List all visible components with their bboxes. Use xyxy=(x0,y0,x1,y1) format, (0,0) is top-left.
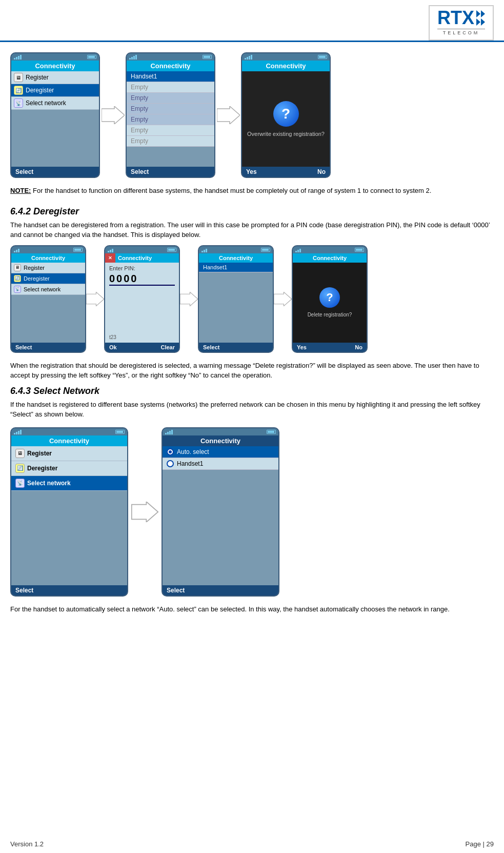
register-icon: 🖥 xyxy=(15,449,25,458)
question-screen: ? Delete registration? xyxy=(293,263,367,343)
deregphone4-question: Connectivity ? Delete registration? Yes … xyxy=(292,245,368,353)
menu-item-selectnetwork: 📡 Select network xyxy=(11,476,127,491)
question-icon: ? xyxy=(319,287,340,308)
battery-icon xyxy=(87,55,96,59)
phone-screen: 🖥 Register 🔄 Deregister 📡 Select network xyxy=(11,71,99,167)
phone-title: Connectivity xyxy=(11,435,127,446)
status-bar xyxy=(11,53,99,61)
softkey-no[interactable]: No xyxy=(317,168,326,175)
softkey-no[interactable]: No xyxy=(355,344,362,350)
note-prefix: NOTE: xyxy=(10,187,31,194)
phone-screen: Handset1 Empty Empty Empty Empty Empty E… xyxy=(127,71,214,167)
phone-title: Connectivity xyxy=(163,435,278,446)
phone-screen: 🖥 Register 🔄 Deregister 📡 Select network xyxy=(11,446,127,585)
netphone2-autoselect: Connectivity Auto. select Handset1 Selec… xyxy=(162,427,279,597)
section1-phones-row: Connectivity 🖥 Register 🔄 Deregister 📡 S… xyxy=(10,52,494,178)
signal-bars xyxy=(14,429,22,434)
signal-bars xyxy=(201,247,207,252)
battery-icon xyxy=(318,55,327,59)
radio-filled-icon xyxy=(167,448,174,455)
deregphone2-pin: ✕ Connectivity Enter PIN: 0000 t23 Ok Cl… xyxy=(104,245,180,353)
signal-bars xyxy=(245,54,252,59)
battery-icon xyxy=(203,55,212,59)
network-icon: 📡 xyxy=(14,286,21,293)
section2-after-text: When the registration that should be der… xyxy=(10,361,494,381)
list-item-empty3: Empty xyxy=(127,104,214,114)
section2-phones-row: Connectivity 🖥 Register 🔄 Deregister 📡 S… xyxy=(10,245,494,353)
status-bar xyxy=(293,246,367,253)
signal-bars xyxy=(14,54,22,59)
status-bar xyxy=(199,246,273,253)
softkey-bar: Select xyxy=(163,585,278,596)
arrow-right-4 xyxy=(180,289,198,309)
pin-screen: Enter PIN: 0000 t23 xyxy=(105,263,179,343)
signal-bars xyxy=(129,54,137,59)
menu-item-deregister: 🔄 Deregister xyxy=(11,461,127,476)
section3-phones-row: Connectivity 🖥 Register 🔄 Deregister 📡 S… xyxy=(10,427,494,597)
version-label: Version 1.2 xyxy=(10,840,44,848)
register-icon: 🖥 xyxy=(14,73,23,82)
softkey-bar: Select xyxy=(11,167,99,177)
softkey-left[interactable]: Select xyxy=(15,344,32,350)
question-screen: ? Overwrite existing registration? xyxy=(242,71,330,167)
phone-title: Connectivity xyxy=(11,61,99,71)
softkey-clear[interactable]: Clear xyxy=(160,344,175,350)
phone-screen: Auto. select Handset1 xyxy=(163,446,278,585)
menu-label: Select network xyxy=(26,100,66,107)
page-content: Connectivity 🖥 Register 🔄 Deregister 📡 S… xyxy=(0,42,504,629)
softkey-left[interactable]: Select xyxy=(15,587,33,594)
phone-title: Connectivity xyxy=(293,253,367,263)
deregister-icon: 🔄 xyxy=(14,86,23,95)
section2-body: The handset can be deregistered from a r… xyxy=(10,220,494,240)
autoselect-item-handset1: Handset1 xyxy=(163,458,278,470)
menu-item-selectnetwork: 📡 Select network xyxy=(11,284,85,295)
phone-title: Connectivity xyxy=(242,61,330,71)
arrow-right-5 xyxy=(274,289,292,309)
list-item-empty5: Empty xyxy=(127,125,214,136)
menu-item-deregister: 🔄 Deregister xyxy=(11,84,99,97)
svg-marker-2 xyxy=(86,292,104,306)
status-bar xyxy=(163,428,278,435)
softkey-yes[interactable]: Yes xyxy=(297,344,307,350)
phone-title: Connectivity xyxy=(199,253,273,263)
menu-label: Deregister xyxy=(26,87,54,94)
network-icon: 📡 xyxy=(14,98,23,108)
menu-item-register: 🖥 Register xyxy=(11,263,85,273)
arrow-right-2 xyxy=(215,105,241,126)
battery-icon xyxy=(267,430,276,434)
menu-item-register: 🖥 Register xyxy=(11,446,127,461)
phone-screen: Handset1 xyxy=(199,263,273,343)
softkey-left[interactable]: Select xyxy=(203,344,219,350)
arrow-right-3 xyxy=(86,289,104,309)
status-bar xyxy=(11,428,127,435)
softkey-left[interactable]: Select xyxy=(131,168,149,175)
note-section: NOTE: For the handset to function on dif… xyxy=(10,186,494,196)
softkey-ok[interactable]: Ok xyxy=(109,344,117,350)
phone3-question: Connectivity ? Overwrite existing regist… xyxy=(241,52,331,178)
page-number: Page | 29 xyxy=(466,840,494,848)
svg-marker-5 xyxy=(132,502,158,522)
page-footer: Version 1.2 Page | 29 xyxy=(10,840,494,848)
list-item-empty4: Empty xyxy=(127,114,214,125)
section3-after-text: For the handset to automatically select … xyxy=(10,604,494,614)
radio-empty-icon xyxy=(167,460,174,467)
signal-bars xyxy=(14,247,19,252)
softkey-left[interactable]: Select xyxy=(167,587,185,594)
battery-icon xyxy=(73,248,83,252)
menu-item-deregister: 🔄 Deregister xyxy=(11,273,85,284)
deregphone3-list: Connectivity Handset1 Select xyxy=(198,245,274,353)
pin-kbd: t23 xyxy=(109,334,175,340)
menu-item-register: 🖥 Register xyxy=(11,71,99,84)
deregister-icon: 🔄 xyxy=(15,464,25,473)
menu-item-selectnetwork: 📡 Select network xyxy=(11,97,99,110)
section2-title: 6.4.2 Deregister xyxy=(10,206,494,217)
softkey-bar: Select xyxy=(127,167,214,177)
note-body: For the handset to function on different… xyxy=(33,187,431,194)
deregister-icon: 🔄 xyxy=(14,275,21,282)
softkey-yes[interactable]: Yes xyxy=(246,168,257,175)
battery-icon xyxy=(355,248,364,252)
softkey-left[interactable]: Select xyxy=(15,168,33,175)
section3-title: 6.4.3 Select Network xyxy=(10,386,494,396)
register-icon: 🖥 xyxy=(14,264,21,271)
phone-screen: 🖥 Register 🔄 Deregister 📡 Select network xyxy=(11,263,85,343)
